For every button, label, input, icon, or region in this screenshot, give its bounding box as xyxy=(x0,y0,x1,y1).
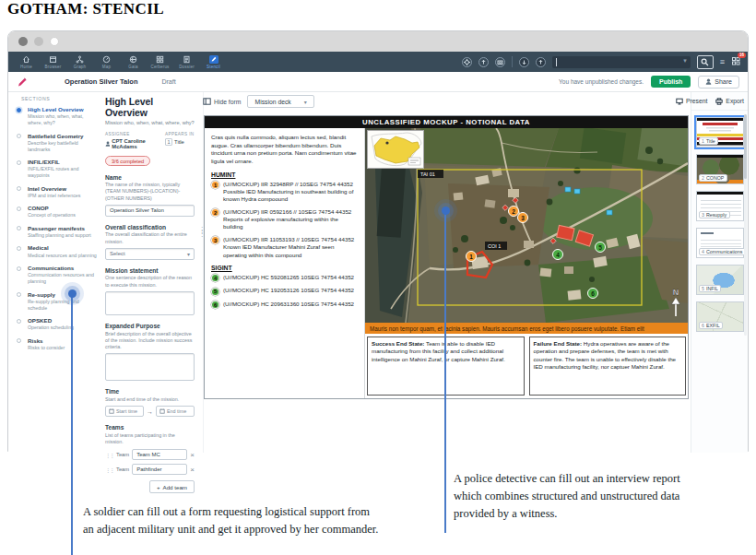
browser-icon xyxy=(49,55,57,64)
satellite-map[interactable]: TAI 01 COI 1 xyxy=(365,128,688,323)
mission-name-input[interactable]: Operation Silver Talon xyxy=(105,205,195,217)
notifications-icon[interactable]: 16 xyxy=(731,56,743,68)
window-close-button[interactable] xyxy=(18,37,28,46)
app-tab-graph[interactable]: Graph xyxy=(66,52,93,72)
app-tab-home[interactable]: Home xyxy=(13,52,40,72)
search-button[interactable] xyxy=(697,55,714,69)
deck-slide-conop[interactable]: 2CONOP xyxy=(696,154,744,184)
list-view-icon[interactable]: ≡ xyxy=(720,58,725,66)
hide-form-button[interactable]: Hide form xyxy=(203,98,241,105)
home-icon xyxy=(22,55,30,64)
deck-scrollbar[interactable] xyxy=(744,114,747,336)
field-label: Name xyxy=(105,174,195,181)
sidebar-item-intel-overview[interactable]: Intel Overview IPM and intel references xyxy=(16,185,99,199)
sigint-heading: SIGINT xyxy=(211,265,358,271)
locate-icon[interactable] xyxy=(462,57,472,67)
map-marker-number: 2 xyxy=(512,208,515,215)
text-cursor xyxy=(556,58,557,66)
team-name-input[interactable]: Pathfinder xyxy=(132,464,187,475)
classification-select[interactable]: Select ▾ xyxy=(105,248,195,260)
completion-badge: 3/6 completed xyxy=(105,156,150,166)
sidebar-item-infil-exfil[interactable]: INFIL/EXFIL INFIL/EXFIL routes and waypo… xyxy=(16,159,99,179)
mission-statement-textarea[interactable] xyxy=(105,291,195,315)
section-desc: Medical resources and planning xyxy=(28,253,99,259)
upload-icon[interactable] xyxy=(478,57,489,67)
inset-country-map xyxy=(367,130,424,169)
download-circle-icon[interactable] xyxy=(519,57,529,67)
section-bullet-icon xyxy=(17,226,21,230)
marker-number-icon: 5 xyxy=(211,288,219,296)
window-minimize-button[interactable] xyxy=(34,37,43,46)
deck-slide-communications[interactable]: 4Communications xyxy=(696,228,744,258)
slide-deck-panel: Present Export 1Title 2CONOP 3Resupply xyxy=(691,92,748,453)
expanded-purpose-textarea[interactable] xyxy=(105,353,195,381)
end-time-placeholder: End time xyxy=(167,408,186,414)
sidebar-item-conop[interactable]: CONOP Concept of operations xyxy=(16,205,99,218)
remove-team-icon[interactable]: × xyxy=(190,451,195,459)
team-key-label: Team xyxy=(116,452,129,457)
slide-label: Title xyxy=(706,138,715,144)
sidebar-item-risks[interactable]: Risks Risks to consider xyxy=(16,337,99,351)
global-search-input[interactable]: ▾ xyxy=(552,56,691,68)
assignment-row: ASSIGNEE CPT Caroline McAdams APPEARS IN… xyxy=(105,132,195,149)
deck-slide-infil[interactable]: 5INFIL xyxy=(696,265,744,295)
humint-item: 1 (U//MOCKUP) IIR 32948RP // 10SEG 74754… xyxy=(211,181,358,204)
sidebar-item-medical[interactable]: Medical Medical resources and planning xyxy=(16,244,99,258)
deck-slide-title[interactable]: 1Title xyxy=(696,117,744,148)
app-tab-dossier[interactable]: Dossier xyxy=(173,52,200,72)
camera-icon[interactable] xyxy=(495,57,505,67)
deck-slide-resupply[interactable]: 3Resupply xyxy=(696,191,744,221)
sidebar-item-re-supply[interactable]: Re-supply Re-supply planning and schedul… xyxy=(16,291,99,312)
team-name-input[interactable]: Team MC xyxy=(132,449,187,460)
section-bullet-icon xyxy=(17,160,21,165)
chevron-down-icon: ▾ xyxy=(683,57,687,65)
sidebar-item-high-level-overview[interactable]: High Level Overview Mission who, when, w… xyxy=(16,106,99,126)
appears-in-value[interactable]: Title xyxy=(174,139,184,145)
appears-in-count: 1 xyxy=(165,138,172,146)
form-subtitle: Mission who, when, what, where, why? xyxy=(105,120,195,125)
slide-label: EXFIL xyxy=(706,323,720,328)
sidebar-item-communications[interactable]: Communications Communication resources a… xyxy=(16,265,99,285)
mission-form-panel: High Level Overview Mission who, when, w… xyxy=(102,92,204,453)
deck-selector-dropdown[interactable]: Mission deck ▾ xyxy=(247,95,313,108)
marker-number-icon: 2 xyxy=(211,208,219,217)
sidebar-item-battlefield-geometry[interactable]: Battlefield Geometry Describe key battle… xyxy=(16,133,99,153)
share-button[interactable]: Share xyxy=(698,76,739,89)
app-tab-gaia[interactable]: Gaia xyxy=(120,52,147,72)
sidebar-item-passenger-manifests[interactable]: Passenger manifests Staffing planning an… xyxy=(16,225,99,239)
section-desc: INFIL/EXFIL routes and waypoints xyxy=(28,166,99,179)
start-time-input[interactable]: Start time xyxy=(105,406,144,417)
present-button[interactable]: Present xyxy=(676,98,707,105)
sections-heading: SECTIONS xyxy=(21,96,99,101)
sigint-item: 6 (U//MOCKUP) HC 209631360 10SEG 74754 4… xyxy=(211,301,358,310)
export-button[interactable]: Export xyxy=(715,98,744,105)
app-tab-cerberus[interactable]: Cerberus xyxy=(147,52,173,72)
humint-item: 2 (U//MOCKUP) IIR 0592166 // 10SEG 74754… xyxy=(211,208,358,231)
window-maximize-button[interactable] xyxy=(50,37,59,46)
deck-slide-exfil[interactable]: 6EXFIL xyxy=(696,301,744,332)
app-tab-label: Gaia xyxy=(128,65,137,69)
app-tab-label: Stencil xyxy=(207,65,220,69)
app-tab-stencil[interactable]: Stencil xyxy=(200,52,227,72)
intel-panel: Cras quis nulla commodo, aliquam lectus … xyxy=(205,128,365,398)
humint-item: 3 (U//MOCKUP) IIR 11053193 // 10SEG 7475… xyxy=(211,236,358,259)
arrow-right-icon: → xyxy=(147,408,153,415)
end-time-input[interactable]: End time xyxy=(156,406,195,417)
remove-team-icon[interactable]: × xyxy=(190,466,195,474)
upload-circle-icon[interactable] xyxy=(536,57,546,67)
sidebar-item-opsked[interactable]: OPSKED Operation scheduling xyxy=(16,317,99,331)
field-desc: One sentence description of the reason t… xyxy=(105,275,195,289)
drag-handle-icon[interactable]: ⋮⋮ xyxy=(105,466,113,473)
assignee-value[interactable]: CPT Caroline McAdams xyxy=(112,138,165,149)
slide-label: Resupply xyxy=(706,212,726,218)
map-marker-number: 4 xyxy=(556,252,560,258)
field-desc: List of teams participating in the missi… xyxy=(105,432,195,446)
publish-button[interactable]: Publish xyxy=(651,76,691,88)
callout-line-form xyxy=(71,295,73,555)
app-tab-map[interactable]: Map xyxy=(93,52,120,72)
app-window: Home Browser Graph Map Gaia Cerberus Dos… xyxy=(7,30,749,452)
drag-handle-icon[interactable]: ⋮⋮ xyxy=(105,452,113,458)
add-team-button[interactable]: + Add team xyxy=(149,480,195,493)
app-tab-browser[interactable]: Browser xyxy=(40,52,66,72)
intel-intro-text: Cras quis nulla commodo, aliquam lectus … xyxy=(211,134,358,166)
